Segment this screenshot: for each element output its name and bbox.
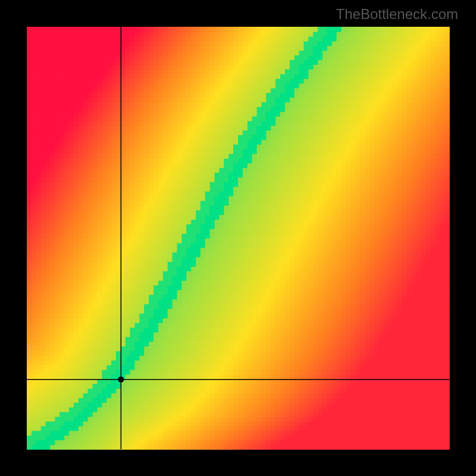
watermark-text: TheBottleneck.com (336, 6, 458, 23)
chart-container: TheBottleneck.com (0, 0, 476, 476)
bottleneck-heatmap (0, 0, 476, 476)
